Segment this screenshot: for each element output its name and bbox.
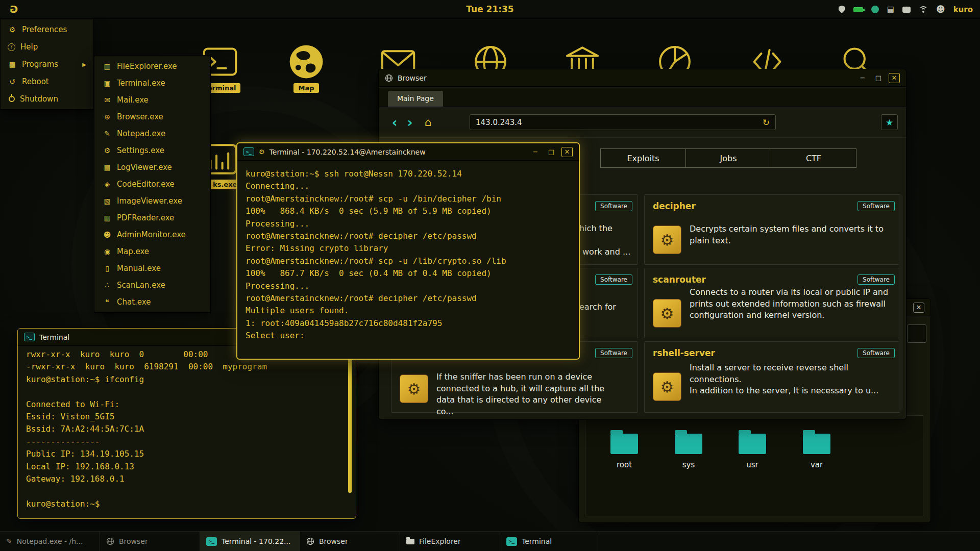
scrollbar-thumb[interactable] [348, 351, 352, 493]
gear-icon: ⚙ [653, 299, 681, 328]
terminal-line: Gateway: 192.168.0.1 [26, 473, 348, 485]
terminal-line: Bssid: 7A:A2:44:5A:7C:1A [26, 423, 348, 435]
menu-label: PDFReader.exe [117, 213, 174, 222]
menu-item-logviewer[interactable]: ▤LogViewer.exe [94, 159, 210, 176]
window-title: Terminal - 170.220.52.14@Amerstaincknew [270, 148, 426, 156]
url-bar[interactable]: 143.0.243.4 ↻ [470, 114, 776, 130]
menu-item-manual[interactable]: ▯Manual.exe [94, 260, 210, 277]
software-card-decipher[interactable]: decipher Software ⚙ Decrypts certain sys… [644, 194, 900, 265]
close-button[interactable]: ✕ [889, 73, 900, 83]
top-bar: Tue 21:35 ▤ ☻ kuro [0, 0, 980, 19]
menu-item-notepad[interactable]: ✎Notepad.exe [94, 125, 210, 142]
back-button[interactable]: ‹ [387, 115, 402, 130]
browser-titlebar[interactable]: Browser − □ ✕ [379, 69, 906, 87]
minimize-button[interactable]: − [857, 73, 868, 83]
reload-icon[interactable]: ↻ [763, 117, 770, 128]
terminal-line: --------------- [26, 436, 348, 448]
taskbar-label: Notepad.exe - /h... [17, 537, 83, 545]
taskbar-label: Browser [319, 537, 348, 545]
folder-item[interactable]: root [602, 430, 646, 469]
close-button[interactable]: ✕ [561, 147, 573, 157]
taskbar-item-notepad[interactable]: ✎ Notepad.exe - /h... [0, 532, 100, 551]
software-badge: Software [595, 201, 632, 211]
folder-icon [610, 434, 638, 454]
maximize-button[interactable]: □ [546, 147, 557, 157]
menu-item-preferences[interactable]: ⚙ Preferences [1, 21, 93, 38]
menu-item-fileexplorer[interactable]: ▥FileExplorer.exe [94, 58, 210, 74]
taskbar-item-browser-2[interactable]: Browser [300, 532, 400, 551]
menu-label: Map.exe [117, 247, 149, 256]
taskbar-item-terminal-remote[interactable]: >_ Terminal - 170.22... [200, 532, 300, 551]
taskbar-item-terminal-local[interactable]: >_ Terminal [500, 532, 600, 551]
menu-item-codeeditor[interactable]: ◈CodeEditor.exe [94, 176, 210, 192]
menu-item-browser[interactable]: ⊕Browser.exe [94, 108, 210, 125]
terminal-line: 100% 867.7 KB/s 0 sec (0.4 MB of 0.4 MB … [246, 267, 571, 280]
maximize-button[interactable]: □ [873, 73, 884, 83]
folder-name: usr [730, 460, 774, 469]
card-description: Connects to a router via its local or pu… [690, 287, 892, 321]
tab-jobs[interactable]: Jobs [685, 148, 771, 168]
terminal-output[interactable]: kuro@station:~$ ssh root@Nessn 170.220.5… [237, 161, 579, 349]
software-badge: Software [857, 348, 895, 358]
start-menu: ⚙ Preferences ? Help ▦ Programs ▶ ↺ Rebo… [0, 19, 94, 110]
software-card-rshell-server[interactable]: rshell-server Software ⚙ Install a serve… [644, 341, 900, 413]
software-badge: Software [857, 274, 895, 285]
menu-item-map[interactable]: ◉Map.exe [94, 243, 210, 260]
folder-icon [406, 539, 414, 544]
app-icon: ▥ [103, 62, 112, 70]
username: kuro [953, 5, 973, 14]
menu-label: FileExplorer.exe [117, 62, 177, 71]
taskbar-item-browser-1[interactable]: Browser [100, 532, 200, 551]
app-icon: ❝ [103, 298, 112, 306]
minimize-button[interactable]: − [530, 147, 541, 157]
folder-icon [675, 434, 702, 454]
menu-label: Preferences [22, 25, 67, 34]
folder-item[interactable]: var [795, 430, 839, 469]
menu-label: Settings.exe [117, 146, 164, 155]
window-title: Browser [398, 74, 427, 82]
folder-item[interactable]: sys [667, 430, 710, 469]
menu-item-reboot[interactable]: ↺ Reboot [1, 73, 93, 90]
bookmark-button[interactable]: ★ [881, 114, 898, 130]
power-icon [9, 96, 15, 102]
gear-icon: ⚙ [653, 226, 681, 254]
terminal-icon: >_ [24, 333, 35, 341]
menu-item-pdfreader[interactable]: ▦PDFReader.exe [94, 209, 210, 226]
menu-item-mail[interactable]: ✉Mail.exe [94, 91, 210, 108]
os-logo-icon[interactable] [7, 3, 20, 16]
taskbar-item-fileexplorer[interactable]: FileExplorer [400, 532, 500, 551]
menu-item-programs[interactable]: ▦ Programs ▶ [1, 56, 93, 73]
menu-item-help[interactable]: ? Help [1, 38, 93, 56]
software-card-scanrouter[interactable]: scanrouter Software ⚙ Connects to a rout… [644, 268, 900, 338]
programs-submenu: ▥FileExplorer.exe ▣Terminal.exe ✉Mail.ex… [94, 55, 211, 313]
app-icon: ☻ [103, 231, 112, 239]
menu-item-adminmonitor[interactable]: ☻AdminMonitor.exe [94, 226, 210, 243]
menu-item-imageviewer[interactable]: ▧ImageViewer.exe [94, 192, 210, 209]
tab-exploits[interactable]: Exploits [600, 148, 686, 168]
menu-label: Terminal.exe [117, 79, 165, 88]
tab-main-page[interactable]: Main Page [388, 91, 443, 107]
menu-item-settings[interactable]: ⚙Settings.exe [94, 142, 210, 159]
menu-item-terminal[interactable]: ▣Terminal.exe [94, 74, 210, 91]
desktop: Terminal Map [0, 0, 980, 551]
desktop-icon-map[interactable]: Map [283, 43, 329, 93]
tab-ctf[interactable]: CTF [771, 148, 856, 168]
forward-button[interactable]: › [402, 115, 418, 130]
home-button[interactable]: ⌂ [421, 115, 436, 130]
browser-scrollbar[interactable] [899, 194, 903, 410]
terminal-line: Select user: [246, 330, 571, 342]
clock: Tue 21:35 [466, 0, 513, 19]
menu-item-chat[interactable]: ❝Chat.exe [94, 293, 210, 310]
software-badge: Software [595, 274, 632, 285]
menu-item-shutdown[interactable]: Shutdown [1, 90, 93, 108]
toolbar-button[interactable] [907, 324, 926, 343]
folder-item[interactable]: usr [730, 430, 774, 469]
terminal-window-remote: >_ ⚙ Terminal - 170.220.52.14@Amerstainc… [236, 142, 580, 360]
menu-item-scanlan[interactable]: ∴ScanLan.exe [94, 277, 210, 293]
terminal-titlebar[interactable]: >_ ⚙ Terminal - 170.220.52.14@Amerstainc… [237, 143, 579, 161]
terminal-line: 100% 868.4 KB/s 0 sec (5.9 MB of 5.9 MB … [246, 205, 571, 217]
terminal-output[interactable]: rwxr-xr-x kuro kuro 0 00:00 -rwxr-xr-x k… [18, 346, 356, 517]
battery-icon [853, 7, 863, 12]
close-button[interactable]: ✕ [913, 303, 924, 313]
app-icon: ◈ [103, 180, 112, 188]
